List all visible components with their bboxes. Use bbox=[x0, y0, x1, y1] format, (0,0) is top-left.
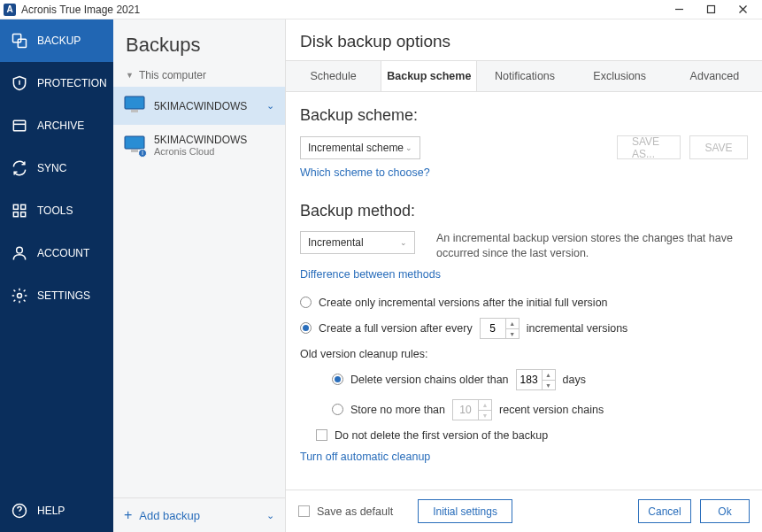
initial-settings-button[interactable]: Initial settings bbox=[418, 499, 512, 523]
spin-up-icon[interactable]: ▲ bbox=[479, 399, 491, 410]
nav-settings[interactable]: SETTINGS bbox=[0, 274, 113, 317]
nav-protection[interactable]: PROTECTION bbox=[0, 62, 113, 104]
turn-off-cleanup-link[interactable]: Turn off automatic cleanup bbox=[300, 451, 748, 463]
days-input[interactable]: ▲▼ bbox=[516, 369, 556, 390]
nav-account[interactable]: ACCOUNT bbox=[0, 232, 113, 274]
nav-label: SYNC bbox=[37, 162, 66, 174]
tabs: Schedule Backup scheme Notifications Exc… bbox=[286, 60, 762, 92]
svg-rect-4 bbox=[13, 35, 21, 42]
svg-rect-11 bbox=[21, 212, 26, 217]
method-description: An incremental backup version stores the… bbox=[436, 231, 737, 261]
nav-sync[interactable]: SYNC bbox=[0, 147, 113, 189]
svg-point-12 bbox=[17, 247, 23, 253]
nav-archive[interactable]: ARCHIVE bbox=[0, 104, 113, 147]
label-suffix: days bbox=[563, 374, 586, 386]
radio-full-after-n[interactable]: Create a full version after every ▲▼ inc… bbox=[300, 318, 748, 339]
backup-item-cloud[interactable]: i 5KIMACWINDOWS Acronis Cloud bbox=[113, 125, 285, 166]
nav-label: HELP bbox=[37, 505, 65, 517]
label-suffix: recent version chains bbox=[499, 404, 604, 416]
chains-input[interactable]: ▲▼ bbox=[452, 399, 492, 420]
diff-methods-link[interactable]: Difference between methods bbox=[300, 268, 748, 281]
shield-icon bbox=[11, 74, 28, 92]
gear-icon bbox=[11, 287, 28, 305]
nav-help[interactable]: HELP bbox=[0, 490, 113, 532]
spin-down-icon[interactable]: ▼ bbox=[543, 380, 555, 390]
label-prefix: Delete version chains older than bbox=[350, 374, 509, 386]
tab-advanced[interactable]: Advanced bbox=[667, 61, 762, 91]
section-label: This computer bbox=[139, 69, 206, 81]
svg-rect-9 bbox=[21, 204, 26, 209]
archive-icon bbox=[11, 117, 28, 135]
nav-backup[interactable]: BACKUP bbox=[0, 19, 113, 62]
tab-exclusions[interactable]: Exclusions bbox=[573, 61, 667, 91]
chk-no-delete-first[interactable]: Do not delete the first version of the b… bbox=[316, 429, 748, 442]
radio-icon bbox=[332, 404, 343, 415]
save-default-label: Save as default bbox=[317, 505, 393, 518]
scheme-combo[interactable]: Incremental scheme ⌄ bbox=[300, 136, 420, 159]
method-combo[interactable]: Incremental ⌄ bbox=[300, 231, 415, 254]
backup-icon bbox=[11, 32, 28, 50]
radio-icon bbox=[332, 374, 343, 385]
radio-icon bbox=[300, 297, 312, 308]
cancel-button[interactable]: Cancel bbox=[638, 499, 691, 523]
radio-label-prefix: Create a full version after every bbox=[319, 322, 473, 335]
backup-list-column: Backups ▼ This computer 5KIMACWINDOWS ⌄ … bbox=[113, 19, 286, 532]
svg-rect-1 bbox=[707, 6, 714, 13]
cleanup-rules-header: Old version cleanup rules: bbox=[300, 348, 748, 360]
scheme-heading: Backup scheme: bbox=[300, 106, 748, 125]
radio-delete-older[interactable]: Delete version chains older than ▲▼ days bbox=[332, 369, 748, 390]
spin-down-icon[interactable]: ▼ bbox=[506, 328, 519, 339]
chk-label: Do not delete the first version of the b… bbox=[335, 429, 548, 442]
nav-label: TOOLS bbox=[37, 204, 73, 217]
label-prefix: Store no more than bbox=[350, 404, 445, 416]
backup-text: 5KIMACWINDOWS Acronis Cloud bbox=[154, 134, 247, 157]
add-backup-label: Add backup bbox=[139, 509, 200, 522]
maximize-button[interactable] bbox=[704, 3, 718, 17]
backup-item-selected[interactable]: 5KIMACWINDOWS ⌄ bbox=[113, 87, 285, 125]
tab-backup-scheme[interactable]: Backup scheme bbox=[381, 61, 477, 91]
ok-button[interactable]: Ok bbox=[700, 499, 750, 523]
close-button[interactable] bbox=[735, 3, 750, 17]
num-field[interactable] bbox=[481, 322, 505, 335]
radio-only-incremental[interactable]: Create only incremental versions after t… bbox=[300, 297, 748, 309]
tab-notifications[interactable]: Notifications bbox=[477, 61, 572, 91]
content-area: Disk backup options Schedule Backup sche… bbox=[286, 19, 762, 532]
app-logo: A bbox=[4, 4, 16, 16]
chevron-down-icon: ⌄ bbox=[405, 143, 412, 152]
sync-icon bbox=[11, 159, 28, 177]
svg-rect-10 bbox=[13, 212, 18, 217]
chevron-down-icon[interactable]: ⌄ bbox=[266, 100, 274, 112]
minimize-button[interactable] bbox=[672, 3, 686, 17]
radio-store-no-more[interactable]: Store no more than ▲▼ recent version cha… bbox=[332, 399, 748, 420]
spin-up-icon[interactable]: ▲ bbox=[543, 369, 555, 380]
save-button[interactable]: SAVE bbox=[689, 135, 748, 159]
nav-label: PROTECTION bbox=[37, 77, 107, 89]
svg-rect-8 bbox=[13, 204, 18, 209]
help-icon bbox=[11, 502, 28, 520]
add-backup-row[interactable]: + Add backup ⌄ bbox=[113, 497, 285, 532]
save-as-button[interactable]: SAVE AS... bbox=[617, 135, 681, 159]
checkbox-icon[interactable] bbox=[298, 505, 310, 517]
svg-rect-17 bbox=[131, 110, 138, 112]
caret-down-icon: ▼ bbox=[126, 71, 134, 80]
app-title: Acronis True Image 2021 bbox=[21, 4, 140, 16]
nav-label: SETTINGS bbox=[37, 289, 90, 302]
svg-rect-18 bbox=[125, 136, 144, 149]
spin-down-icon[interactable]: ▼ bbox=[479, 410, 491, 420]
sidebar-nav: BACKUP PROTECTION ARCHIVE SYNC TOOLS bbox=[0, 19, 113, 532]
method-combo-value: Incremental bbox=[308, 236, 364, 249]
radio-label-suffix: incremental versions bbox=[527, 322, 628, 335]
num-field[interactable] bbox=[453, 404, 478, 416]
num-field[interactable] bbox=[517, 374, 542, 386]
tab-schedule[interactable]: Schedule bbox=[286, 61, 381, 91]
spin-up-icon[interactable]: ▲ bbox=[506, 318, 519, 328]
nav-tools[interactable]: TOOLS bbox=[0, 189, 113, 232]
list-header: Backups bbox=[113, 19, 285, 64]
radio-label: Create only incremental versions after t… bbox=[319, 297, 608, 309]
list-section-this-computer[interactable]: ▼ This computer bbox=[113, 64, 285, 87]
full-after-n-input[interactable]: ▲▼ bbox=[480, 318, 520, 339]
which-scheme-link[interactable]: Which scheme to choose? bbox=[300, 166, 748, 179]
svg-point-15 bbox=[19, 514, 20, 515]
method-heading: Backup method: bbox=[300, 202, 748, 220]
chevron-down-icon[interactable]: ⌄ bbox=[266, 510, 274, 521]
